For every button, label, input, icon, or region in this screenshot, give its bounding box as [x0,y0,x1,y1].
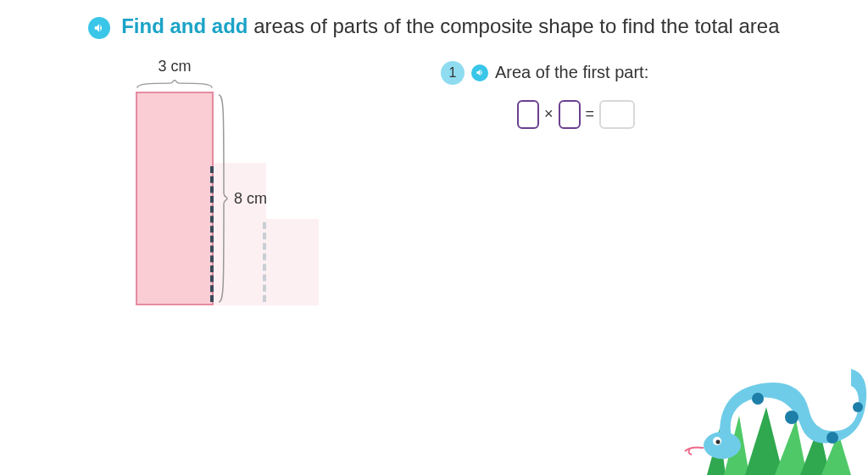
composite-shape: 3 cm 8 cm [102,58,407,363]
speaker-icon[interactable] [471,64,488,81]
width-label: 3 cm [136,58,214,75]
snake-mascot [673,348,868,475]
content-area: 3 cm 8 cm 1 Area of the first part: × = [0,41,868,363]
factor-1-input[interactable] [517,100,539,129]
factor-2-input[interactable] [559,100,581,129]
result-input[interactable] [599,100,635,129]
brace-icon [217,93,229,304]
instruction-emphasis: Find and add [121,14,248,37]
height-label: 8 cm [234,190,267,208]
question-panel: 1 Area of the first part: × = [407,58,817,363]
multiply-operator: × [544,105,554,123]
svg-point-3 [853,402,863,412]
instruction-rest: areas of parts of the composite shape to… [248,14,779,37]
instruction-header: Find and add areas of parts of the compo… [0,0,868,41]
dashed-line-1 [210,166,214,302]
svg-point-2 [826,432,838,444]
question-prompt: Area of the first part: [495,63,648,82]
shape-part-3 [266,219,319,305]
svg-point-4 [704,432,741,459]
dashed-line-2 [263,222,266,302]
brace-icon [136,78,214,88]
shape-part-1 [136,92,214,305]
step-number-badge: 1 [441,61,465,85]
question-row: 1 Area of the first part: [441,61,817,85]
svg-point-6 [716,440,721,444]
svg-point-1 [785,411,798,424]
equation: × = [517,100,817,129]
speaker-icon[interactable] [88,17,110,39]
equals-operator: = [586,105,595,123]
svg-point-0 [752,393,764,405]
